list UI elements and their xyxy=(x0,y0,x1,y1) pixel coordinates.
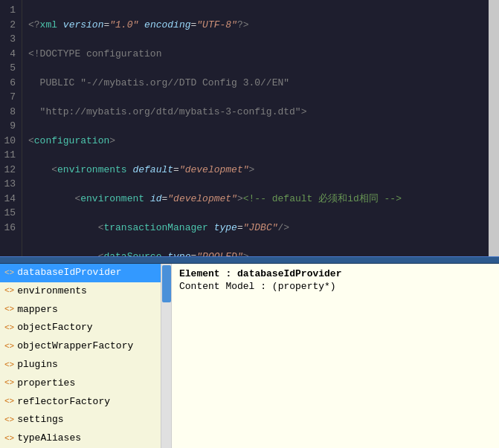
code-content: <?xml version="1.0" encoding="UTF-8"?> <… xyxy=(22,0,499,256)
autocomplete-item-settings[interactable]: <> settings xyxy=(0,411,171,429)
autocomplete-item-reflectorFactory[interactable]: <> reflectorFactory xyxy=(0,393,171,412)
autocomplete-item-properties[interactable]: <> properties xyxy=(0,374,171,393)
element-icon: <> xyxy=(4,303,14,316)
autocomplete-item-databaseIdProvider[interactable]: <> databaseIdProvider xyxy=(0,264,171,282)
info-panel: Element : databaseIdProvider Content Mod… xyxy=(171,264,499,448)
autocomplete-list[interactable]: <> databaseIdProvider <> environments <>… xyxy=(0,264,171,448)
info-content-label: Content Model : (property*) xyxy=(179,281,492,292)
autocomplete-item-objectWrapperFactory[interactable]: <> objectWrapperFactory xyxy=(0,337,171,356)
autocomplete-container: <> databaseIdProvider <> environments <>… xyxy=(0,264,171,448)
autocomplete-label: settings xyxy=(17,412,63,428)
element-icon: <> xyxy=(4,395,14,409)
autocomplete-label: mappers xyxy=(17,302,58,318)
autocomplete-label: environments xyxy=(17,284,87,299)
element-icon: <> xyxy=(4,267,14,280)
autocomplete-item-objectFactory[interactable]: <> objectFactory xyxy=(0,319,171,337)
autocomplete-scrollbar[interactable] xyxy=(161,264,171,448)
autocomplete-label: reflectorFactory xyxy=(17,395,110,410)
autocomplete-label: databaseIdProvider xyxy=(17,265,121,281)
element-icon: <> xyxy=(4,432,14,446)
element-icon: <> xyxy=(4,340,14,354)
element-icon: <> xyxy=(4,414,14,427)
editor-area: 1 2 3 4 5 6 7 8 9 10 11 12 13 14 15 16 <… xyxy=(0,0,499,256)
element-icon: <> xyxy=(4,322,14,335)
autocomplete-label: plugins xyxy=(17,357,58,373)
autocomplete-label: objectWrapperFactory xyxy=(17,339,133,354)
info-element-label: Element : databaseIdProvider xyxy=(179,268,492,279)
h-divider xyxy=(0,256,499,264)
autocomplete-item-typeAliases[interactable]: <> typeAliases xyxy=(0,429,171,448)
autocomplete-item-plugins[interactable]: <> plugins xyxy=(0,356,171,374)
line-numbers: 1 2 3 4 5 6 7 8 9 10 11 12 13 14 15 16 xyxy=(0,0,22,256)
element-icon: <> xyxy=(4,359,14,372)
autocomplete-label: objectFactory xyxy=(17,320,92,336)
scrollbar-thumb[interactable] xyxy=(162,265,171,302)
element-icon: <> xyxy=(4,285,14,298)
autocomplete-item-environments[interactable]: <> environments xyxy=(0,282,171,301)
bottom-panel: <> databaseIdProvider <> environments <>… xyxy=(0,264,499,448)
element-icon: <> xyxy=(4,377,14,390)
autocomplete-label: properties xyxy=(17,376,75,392)
autocomplete-item-mappers[interactable]: <> mappers xyxy=(0,301,171,319)
autocomplete-label: typeAliases xyxy=(17,431,81,447)
